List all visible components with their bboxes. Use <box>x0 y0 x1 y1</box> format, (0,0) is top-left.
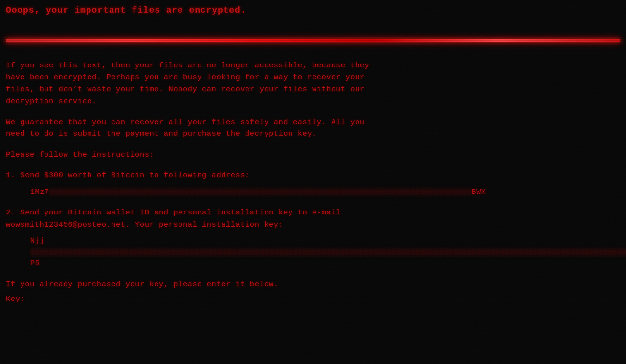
address-end: BWX <box>472 188 486 196</box>
red-divider <box>6 39 620 42</box>
para1-text: If you see this text, then your files ar… <box>6 60 620 107</box>
address-start: 1Mz7 <box>30 188 49 196</box>
key-prompt: Key: <box>6 293 620 305</box>
title: Ooops, your important files are encrypte… <box>6 4 620 18</box>
ransomware-screen: Ooops, your important files are encrypte… <box>0 0 626 364</box>
instructions-section: Please follow the instructions: <box>6 149 620 161</box>
para2-text: We guarantee that you can recover all yo… <box>6 116 620 140</box>
step1-label: 1. Send $300 worth of Bitcoin to followi… <box>6 170 620 181</box>
para1-line3: files, but don’t waste your time. Nobody… <box>6 85 365 94</box>
para2-line2: need to do is submit the payment and pur… <box>6 129 317 138</box>
personal-key: Njj|||||||||||||||||||||||||||||||||||||… <box>30 236 620 270</box>
para1-line4: decryption service. <box>6 97 97 106</box>
key-start: Njj <box>30 237 45 245</box>
final-section: If you already purchased your key, pleas… <box>6 278 620 305</box>
para2-line1: We guarantee that you can recover all yo… <box>6 118 365 127</box>
paragraph2: We guarantee that you can recover all yo… <box>6 116 620 140</box>
instructions-header: Please follow the instructions: <box>6 149 620 161</box>
final-line: If you already purchased your key, pleas… <box>6 278 620 290</box>
para1-line1: If you see this text, then your files ar… <box>6 61 369 70</box>
content-block: Ooops, your important files are encrypte… <box>6 4 620 305</box>
step1-section: 1. Send $300 worth of Bitcoin to followi… <box>6 170 620 198</box>
step2-section: 2. Send your Bitcoin wallet ID and perso… <box>6 207 620 270</box>
address-middle: ||||||||||||||||||||||||||||||||||||||||… <box>49 187 471 198</box>
key-end: P5 <box>30 259 40 268</box>
paragraph1: If you see this text, then your files ar… <box>6 60 620 107</box>
key-middle: ||||||||||||||||||||||||||||||||||||||||… <box>30 247 626 258</box>
step2-line2: wowsmith123456@posteo.net. Your personal… <box>6 219 620 231</box>
step2-line1: 2. Send your Bitcoin wallet ID and perso… <box>6 207 620 218</box>
bitcoin-address: 1Mz7||||||||||||||||||||||||||||||||||||… <box>30 187 620 198</box>
para1-line2: have been encrypted. Perhaps you are bus… <box>6 73 365 82</box>
